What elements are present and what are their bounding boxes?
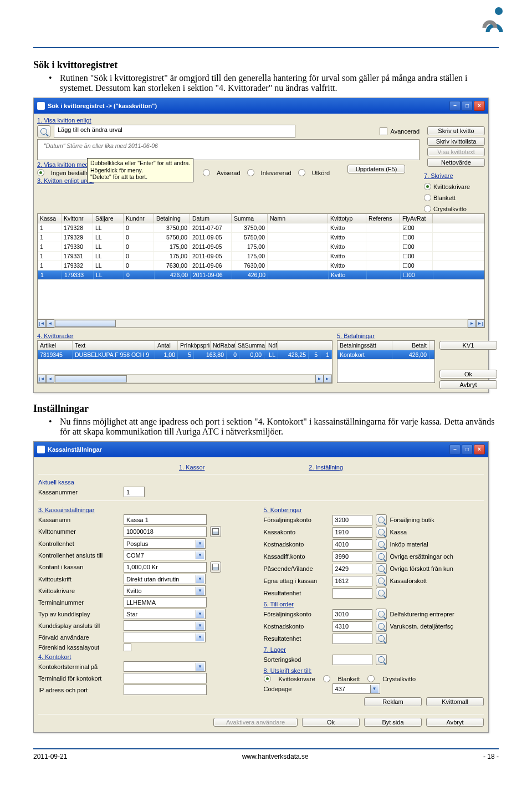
col-header[interactable]: Datum [190, 214, 232, 223]
minimize-button[interactable]: – [449, 445, 461, 454]
skriv-ut-button[interactable]: Skriv ut kvitto [427, 126, 485, 135]
search-icon-button[interactable] [376, 527, 387, 538]
search-icon-button[interactable] [376, 563, 387, 574]
rader-grid[interactable]: ArtikelTextAntalPrInköpsprisNdRabattSäSu… [37, 340, 332, 384]
select[interactable]: Direkt utan drivrutin▼ [124, 574, 206, 584]
section-3-inst[interactable]: 3. Kassainställningar [38, 507, 248, 513]
radio-ingen[interactable] [37, 169, 44, 176]
section-5-inst[interactable]: 5. Konteringar [264, 507, 484, 513]
kvitton-grid[interactable]: KassaKvittonrSäljareKundnrBetalningDatum… [37, 213, 485, 328]
avancerad-checkbox[interactable] [380, 127, 387, 135]
text-input[interactable]: 4310 [332, 621, 372, 632]
table-row[interactable]: 1179331LL0175,002011-09-05175,00Kvitto☐0… [38, 252, 484, 261]
table-row[interactable]: ▶1179333LL0426,002011-09-06426,00Kvitto☐… [38, 270, 484, 280]
col-header[interactable]: Betalning [154, 214, 190, 223]
select[interactable]: ▼ [124, 632, 206, 642]
h-scrollbar-rader[interactable]: |◄◄ ►►| [38, 374, 332, 383]
radio-aviserad[interactable] [203, 169, 210, 176]
text-input[interactable]: 2429 [332, 564, 372, 574]
maximize-button[interactable]: □ [462, 101, 473, 111]
table-row[interactable]: 1179332LL07630,002011-09-067630,00Kvitto… [38, 261, 484, 270]
kv1-button[interactable]: KV1 [439, 341, 497, 350]
kvittomall-button[interactable]: Kvittomall [426, 697, 484, 706]
col-header[interactable]: Kassa [38, 214, 62, 223]
checkbox[interactable] [124, 644, 131, 651]
text-input[interactable]: Kassa 1 [124, 514, 207, 525]
maximize-button[interactable]: □ [462, 445, 473, 454]
search-icon-button[interactable] [376, 621, 387, 632]
text-input[interactable]: 10000018 [124, 527, 207, 537]
ok-button[interactable]: Ok [439, 370, 497, 379]
text-input[interactable]: 4010 [332, 539, 372, 550]
list-icon-button[interactable] [210, 561, 221, 573]
search-icon-button[interactable] [376, 539, 387, 550]
text-input[interactable]: 1612 [332, 576, 372, 586]
search-icon-button[interactable] [376, 514, 387, 525]
section-skrivare[interactable]: 7. Skrivare [424, 172, 453, 179]
select[interactable]: ▼ [124, 661, 206, 672]
minimize-button[interactable]: – [449, 101, 461, 111]
avbryt-button[interactable]: Avbryt [439, 380, 497, 389]
col-header[interactable]: Kvittonr [62, 214, 93, 223]
text-input[interactable]: 3010 [332, 609, 372, 620]
col-header[interactable]: Kundnr [124, 214, 154, 223]
col-header[interactable]: Referens [366, 214, 400, 223]
section-8-inst[interactable]: 8. Utskrift sker till: [264, 667, 484, 674]
text-input[interactable]: 3200 [332, 515, 372, 525]
search-icon[interactable] [37, 125, 50, 137]
section-7-inst[interactable]: 7. Lager [264, 646, 484, 653]
list-icon-button[interactable] [210, 526, 221, 537]
close-button[interactable]: × [474, 101, 485, 111]
radio-ut-crystal[interactable] [367, 675, 375, 682]
search-icon-button[interactable] [376, 654, 387, 665]
radio-crystal[interactable] [424, 205, 431, 212]
section-4-inst[interactable]: 4. Kontokort [38, 653, 248, 660]
text-input[interactable] [124, 673, 207, 683]
skriv-lista-button[interactable]: Skriv kvittolista [427, 137, 485, 146]
reklam-button[interactable]: Reklam [364, 697, 422, 706]
tab-installning[interactable]: 2. Inställning [309, 464, 343, 471]
avbryt-button-2[interactable]: Avbryt [426, 718, 484, 727]
text-input[interactable] [332, 634, 372, 644]
netto-button[interactable]: Nettovärde [427, 158, 485, 167]
table-row[interactable]: 1179330LL0175,002011-09-05175,00Kvitto☐0… [38, 242, 484, 252]
table-row[interactable]: 1179328LL03750,002011-07-073750,00Kvitto… [38, 223, 484, 233]
sorteringskod-input[interactable] [332, 655, 372, 665]
col-header[interactable]: Summa [232, 214, 268, 223]
section-5-label[interactable]: 5. Betalningar [337, 333, 435, 339]
select[interactable]: Star▼ [124, 609, 206, 619]
search-icon-button[interactable] [376, 588, 387, 599]
col-header[interactable]: FlyAvRat [400, 214, 433, 223]
byt-sida-button[interactable]: Byt sida [364, 718, 422, 727]
radio-blankett[interactable] [424, 194, 431, 201]
search-icon-button[interactable] [376, 551, 387, 562]
col-header[interactable]: Säljare [93, 214, 124, 223]
select[interactable]: ▼ [124, 620, 206, 631]
text-input[interactable] [332, 588, 372, 599]
search-icon-button[interactable] [376, 575, 387, 586]
search-icon-button[interactable] [376, 609, 387, 620]
ok-button-2[interactable]: Ok [302, 718, 360, 727]
select[interactable]: Kvitto▼ [124, 585, 206, 596]
tab-kassor[interactable]: 1. Kassor [179, 464, 204, 471]
select[interactable]: COM7▼ [124, 550, 206, 560]
h-scrollbar[interactable]: |◄◄ ►►| [38, 319, 484, 328]
text-input[interactable]: LLHEMMA [124, 597, 207, 607]
text-input[interactable]: 3990 [332, 551, 372, 562]
radio-inlevererad[interactable] [247, 169, 254, 176]
table-row[interactable]: 1179329LL05750,002011-09-055750,00Kvitto… [38, 233, 484, 242]
text-input[interactable]: 1910 [332, 527, 372, 538]
radio-utkord[interactable] [298, 169, 305, 176]
radio-kvittoskrivare[interactable] [424, 183, 431, 190]
search-icon-button[interactable] [376, 633, 387, 644]
text-input[interactable]: 1,000,00 Kr [124, 562, 207, 573]
codepage-select[interactable]: 437▼ [332, 683, 380, 694]
urval-input[interactable]: Lägg till och ändra urval [54, 125, 295, 138]
visa-text-button[interactable]: Visa kvittotext [427, 147, 485, 156]
radio-ut-blankett[interactable] [323, 675, 330, 682]
section-1-label[interactable]: 1. Visa kvitton enligt [37, 117, 420, 124]
avaktivera-button[interactable]: Avaktivera användare [213, 718, 298, 727]
betal-grid[interactable]: Betalningssätt Betalt Kontokort 426,00 [337, 340, 435, 383]
uppdatera-button[interactable]: Uppdatera (F5) [347, 165, 405, 173]
select[interactable]: Posplus▼ [124, 538, 206, 549]
